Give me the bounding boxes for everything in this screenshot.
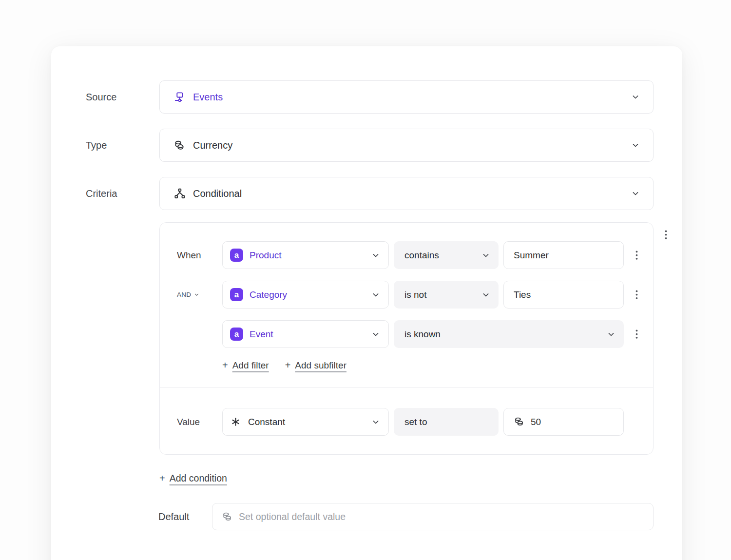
- value-source-name: Constant: [248, 417, 285, 427]
- value-label: Value: [177, 417, 222, 427]
- kebab-menu-icon: [635, 251, 638, 260]
- and-label: AND: [177, 291, 191, 298]
- add-condition-label: Add condition: [170, 473, 227, 484]
- operator-value: is known: [404, 329, 441, 340]
- currency-coins-icon: [222, 511, 233, 522]
- filter-value-input[interactable]: [514, 250, 615, 261]
- add-subfilter-label: Add subfilter: [295, 360, 346, 371]
- filter-value-field: [503, 241, 624, 269]
- operator-select[interactable]: contains: [394, 241, 499, 269]
- attribute-name: Event: [250, 329, 273, 340]
- attribute-select[interactable]: a Event: [222, 320, 389, 348]
- filter-links-row: + Add filter + Add subfilter: [222, 360, 653, 371]
- source-row: Source Events: [51, 80, 682, 114]
- source-select[interactable]: Events: [159, 80, 654, 114]
- currency-coins-icon: [514, 416, 525, 427]
- plus-icon: +: [285, 360, 291, 371]
- plus-icon: +: [222, 360, 228, 371]
- type-row: Type Currency: [51, 129, 682, 162]
- chevron-down-icon: [631, 189, 640, 198]
- condition-value-section: Value Constant set to: [160, 388, 653, 454]
- filter-menu-button[interactable]: [630, 281, 643, 309]
- filter-value-field: [503, 281, 624, 309]
- condition-menu-button[interactable]: [659, 227, 673, 243]
- events-icon: [173, 91, 186, 103]
- when-label: When: [177, 250, 222, 261]
- currency-coins-icon: [173, 139, 186, 152]
- attribute-name: Product: [250, 250, 281, 261]
- operator-value: contains: [404, 250, 439, 261]
- operator-value: is not: [404, 290, 426, 300]
- criteria-value: Conditional: [193, 188, 242, 199]
- source-label: Source: [51, 92, 159, 103]
- chevron-down-icon: [371, 251, 381, 260]
- operator-select[interactable]: is not: [394, 281, 499, 309]
- add-condition-row: + Add condition: [159, 473, 682, 484]
- default-value-input[interactable]: [239, 511, 643, 522]
- plus-icon: +: [159, 473, 165, 484]
- type-select[interactable]: Currency: [159, 129, 654, 162]
- chevron-down-icon: [481, 290, 491, 300]
- type-label: Type: [51, 140, 159, 151]
- default-value-field: [212, 503, 654, 530]
- condition-filters-section: When a Product contains: [160, 223, 653, 387]
- constant-asterisk-icon: [230, 416, 241, 427]
- condition-card: When a Product contains: [159, 222, 654, 455]
- value-operator-text: set to: [404, 417, 427, 427]
- chevron-down-icon: [631, 140, 640, 150]
- type-value: Currency: [193, 140, 232, 151]
- value-operator-box: set to: [394, 408, 499, 436]
- kebab-menu-icon: [635, 290, 638, 300]
- add-filter-label: Add filter: [232, 360, 269, 371]
- chevron-down-icon: [193, 291, 200, 298]
- filter-row: When a Product contains: [177, 241, 653, 269]
- attribute-name: Category: [250, 290, 287, 300]
- value-amount-input[interactable]: [531, 417, 615, 427]
- default-label: Default: [51, 511, 212, 522]
- attribute-settings-panel: Source Events Type Currency Criteria: [51, 46, 682, 560]
- filter-menu-button[interactable]: [630, 320, 643, 348]
- operator-select[interactable]: is known: [394, 320, 624, 348]
- chevron-down-icon: [371, 417, 381, 427]
- attribute-select[interactable]: a Category: [222, 281, 389, 309]
- conditional-tree-icon: [173, 188, 186, 200]
- chevron-down-icon: [371, 329, 381, 339]
- add-filter-button[interactable]: + Add filter: [222, 360, 269, 371]
- chevron-down-icon: [631, 92, 640, 102]
- attribute-badge-icon: a: [230, 328, 243, 341]
- criteria-row: Criteria Conditional: [51, 177, 682, 210]
- filter-row: AND a Category is not: [177, 281, 653, 309]
- add-subfilter-button[interactable]: + Add subfilter: [285, 360, 346, 371]
- kebab-menu-icon: [635, 329, 638, 339]
- chevron-down-icon: [606, 329, 616, 339]
- value-amount-field: [503, 408, 624, 436]
- criteria-select[interactable]: Conditional: [159, 177, 654, 210]
- add-condition-button[interactable]: + Add condition: [159, 473, 227, 484]
- value-source-select[interactable]: Constant: [222, 408, 389, 436]
- attribute-select[interactable]: a Product: [222, 241, 389, 269]
- filter-menu-button[interactable]: [630, 241, 643, 269]
- criteria-label: Criteria: [51, 188, 159, 199]
- kebab-menu-icon: [665, 230, 667, 240]
- and-connector-toggle[interactable]: AND: [177, 291, 222, 298]
- filter-value-input[interactable]: [514, 290, 615, 300]
- default-row: Default: [51, 503, 682, 530]
- attribute-badge-icon: a: [230, 249, 243, 262]
- chevron-down-icon: [371, 290, 381, 300]
- source-value: Events: [193, 92, 223, 103]
- filter-row: a Event is known: [177, 320, 653, 348]
- chevron-down-icon: [481, 251, 491, 260]
- attribute-badge-icon: a: [230, 288, 243, 301]
